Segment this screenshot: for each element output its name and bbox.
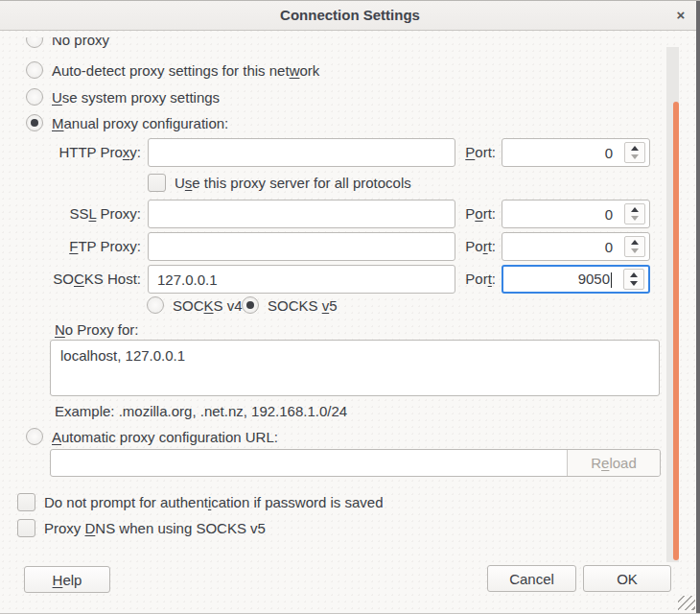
radio-use-system[interactable] [26,88,43,106]
radio-auto-detect[interactable] [26,61,43,79]
checkbox-proxy-dns[interactable] [17,519,35,537]
arrow-up-icon[interactable] [631,240,639,245]
share-protocols-label: Use this proxy server for all protocols [175,175,411,191]
ftp-port-spinner[interactable]: 0 [502,232,650,261]
socks-port-label: Port: [436,265,496,294]
http-port-label: Port: [436,138,496,167]
ftp-port-value: 0 [605,239,618,255]
socks-port-value: 9050 [578,271,618,288]
scroll-clipped-row: No proxy [0,37,662,51]
checkbox-no-prompt-auth-label: Do not prompt for authentication if pass… [44,494,384,510]
ssl-port-spinner[interactable]: 0 [502,200,650,228]
proxy-dns-row: Proxy DNS when using SOCKS v5 [17,517,266,538]
cancel-button-label: Cancel [509,571,554,587]
cancel-button[interactable]: Cancel [487,565,576,592]
ssl-proxy-field[interactable] [148,200,455,228]
spinner-arrows [624,203,645,224]
ok-button-label: OK [617,571,638,587]
titlebar[interactable]: Connection Settings × [0,1,700,31]
ftp-proxy-label: FTP Proxy: [0,232,141,261]
ssl-proxy-label: SSL Proxy: [0,200,141,228]
text-cursor [611,272,612,288]
share-protocols-checkbox[interactable] [148,174,166,192]
example-text: Example: .mozilla.org, .net.nz, 192.168.… [55,401,347,422]
auto-url-row: Automatic proxy configuration URL: [26,426,278,447]
socks-v5-row: SOCKS v5 [242,295,338,316]
radio-socks-v4-label: SOCKS v4 [173,297,243,314]
arrow-up-icon[interactable] [630,272,638,277]
arrow-up-icon[interactable] [631,146,639,151]
auto-url-field[interactable] [51,450,567,476]
spinner-arrows [623,269,644,290]
radio-auto-url[interactable] [26,428,43,445]
socks-port-spinner[interactable]: 9050 [502,265,650,294]
radio-manual[interactable] [26,114,43,131]
help-button[interactable]: Help [24,566,110,593]
radio-no-proxy[interactable] [26,37,43,48]
radio-auto-url-label: Automatic proxy configuration URL: [52,429,278,445]
share-protocols-row: Use this proxy server for all protocols [148,172,411,193]
checkbox-no-prompt-auth[interactable] [17,493,35,511]
ssl-port-label: Port: [436,200,496,228]
arrow-down-icon[interactable] [631,216,639,221]
auto-url-group: Reload [50,449,661,477]
arrow-down-icon[interactable] [631,248,639,253]
reload-button-label: Reload [591,455,637,471]
radio-socks-v4[interactable] [147,296,164,314]
http-proxy-field[interactable] [148,138,455,167]
radio-row-auto-detect: Auto-detect proxy settings for this netw… [26,59,319,81]
scrollbar-thumb[interactable] [673,102,679,560]
close-icon: × [677,7,686,23]
no-proxy-textarea[interactable]: localhost, 127.0.0.1 [50,340,660,396]
no-proxy-for-label: No Proxy for: [55,319,139,341]
connection-settings-dialog: Connection Settings × No proxy Auto-dete… [0,0,700,614]
window-right-edge [696,1,700,614]
ok-button[interactable]: OK [583,565,671,592]
reload-button[interactable]: Reload [567,450,660,476]
socks-v4-row: SOCKS v4 [147,295,243,316]
socks-host-label: SOCKS Host: [0,265,141,294]
ftp-port-label: Port: [436,232,496,261]
socks-host-field[interactable] [148,265,455,294]
arrow-down-icon[interactable] [630,281,638,286]
radio-auto-detect-label: Auto-detect proxy settings for this netw… [52,62,319,79]
radio-socks-v5-label: SOCKS v5 [268,297,338,314]
http-port-spinner[interactable]: 0 [502,138,650,167]
radio-row-use-system: Use system proxy settings [26,86,220,107]
close-button[interactable]: × [669,1,692,30]
help-button-label: Help [53,572,82,588]
no-prompt-auth-row: Do not prompt for authentication if pass… [17,491,384,512]
radio-socks-v5[interactable] [242,296,259,314]
arrow-up-icon[interactable] [631,207,639,212]
http-proxy-label: HTTP Proxy: [0,138,141,167]
radio-use-system-label: Use system proxy settings [52,89,220,106]
spinner-arrows [624,236,645,257]
resize-grip-icon[interactable] [678,596,695,610]
radio-no-proxy-label: No proxy [52,37,109,48]
checkbox-proxy-dns-label: Proxy DNS when using SOCKS v5 [44,520,266,536]
arrow-down-icon[interactable] [631,154,639,159]
radio-manual-label: Manual proxy configuration: [52,115,228,131]
ftp-proxy-field[interactable] [148,232,455,261]
radio-row-manual: Manual proxy configuration: [26,112,228,133]
spinner-arrows [624,142,645,163]
window-title: Connection Settings [0,1,700,30]
ssl-port-value: 0 [605,206,618,223]
http-port-value: 0 [605,145,618,161]
